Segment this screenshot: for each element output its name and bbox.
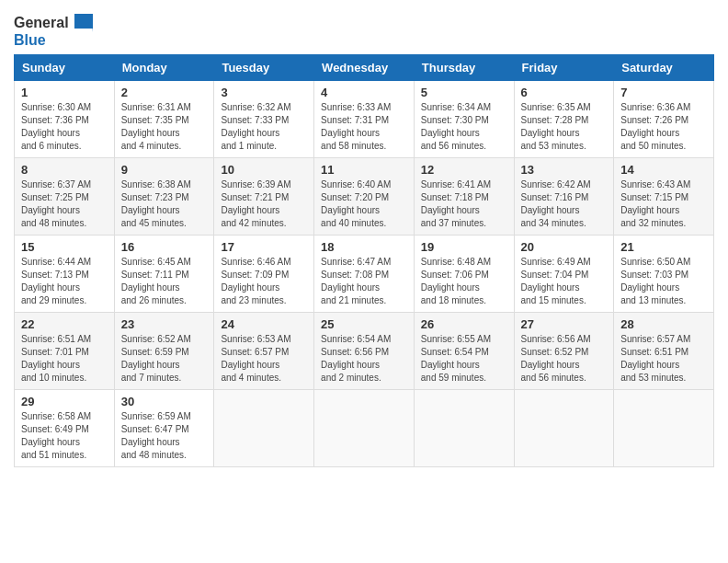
day-info: Sunrise: 6:42 AMSunset: 7:16 PMDaylight …	[521, 178, 608, 230]
sunrise-text: Sunrise: 6:40 AM	[321, 179, 391, 190]
daylight-label: Daylight hours	[521, 205, 580, 215]
sunset-text: Sunset: 7:26 PM	[620, 115, 688, 125]
day-of-week-header: Friday	[514, 55, 614, 81]
day-of-week-header: Thursday	[414, 55, 514, 81]
daylight-detail: and 37 minutes.	[421, 218, 486, 228]
daylight-detail: and 58 minutes.	[321, 141, 386, 151]
day-number: 7	[620, 86, 707, 99]
sunrise-text: Sunrise: 6:59 AM	[121, 411, 191, 421]
daylight-detail: and 50 minutes.	[620, 141, 686, 151]
sunset-text: Sunset: 6:57 PM	[221, 347, 289, 357]
day-info: Sunrise: 6:59 AMSunset: 6:47 PMDaylight …	[121, 410, 208, 462]
sunset-text: Sunset: 6:49 PM	[21, 424, 89, 434]
daylight-label: Daylight hours	[221, 360, 279, 370]
day-number: 12	[421, 163, 507, 177]
daylight-detail: and 53 minutes.	[521, 141, 586, 151]
daylight-label: Daylight hours	[21, 360, 80, 370]
calendar-cell: 28Sunrise: 6:57 AMSunset: 6:51 PMDayligh…	[614, 313, 714, 390]
sunset-text: Sunset: 7:36 PM	[21, 115, 89, 125]
day-info: Sunrise: 6:57 AMSunset: 6:51 PMDaylight …	[620, 333, 707, 385]
day-number: 19	[421, 240, 507, 254]
day-info: Sunrise: 6:37 AMSunset: 7:25 PMDaylight …	[21, 178, 108, 230]
day-info: Sunrise: 6:44 AMSunset: 7:13 PMDaylight …	[21, 256, 108, 307]
sunset-text: Sunset: 7:08 PM	[321, 270, 389, 280]
sunrise-text: Sunrise: 6:33 AM	[321, 102, 391, 112]
day-info: Sunrise: 6:30 AMSunset: 7:36 PMDaylight …	[21, 101, 108, 153]
day-number: 5	[421, 86, 507, 99]
sunset-text: Sunset: 7:11 PM	[121, 270, 189, 280]
calendar-cell	[214, 390, 314, 467]
calendar-cell: 21Sunrise: 6:50 AMSunset: 7:03 PMDayligh…	[614, 236, 714, 313]
daylight-label: Daylight hours	[620, 205, 679, 215]
sunrise-text: Sunrise: 6:43 AM	[620, 179, 690, 190]
calendar-cell: 26Sunrise: 6:55 AMSunset: 6:54 PMDayligh…	[414, 313, 514, 390]
calendar-cell: 13Sunrise: 6:42 AMSunset: 7:16 PMDayligh…	[514, 158, 614, 236]
daylight-label: Daylight hours	[121, 437, 180, 447]
daylight-label: Daylight hours	[21, 282, 80, 293]
daylight-detail: and 13 minutes.	[620, 295, 686, 305]
daylight-detail: and 26 minutes.	[121, 295, 187, 305]
daylight-detail: and 23 minutes.	[221, 295, 286, 305]
day-info: Sunrise: 6:52 AMSunset: 6:59 PMDaylight …	[121, 333, 208, 385]
daylight-detail: and 29 minutes.	[21, 295, 86, 305]
daylight-detail: and 34 minutes.	[521, 218, 586, 228]
daylight-detail: and 48 minutes.	[21, 218, 86, 228]
day-info: Sunrise: 6:51 AMSunset: 7:01 PMDaylight …	[21, 333, 108, 385]
day-number: 17	[221, 240, 307, 254]
day-number: 30	[121, 395, 208, 408]
daylight-detail: and 15 minutes.	[521, 295, 586, 305]
sunset-text: Sunset: 7:01 PM	[21, 347, 89, 357]
day-info: Sunrise: 6:31 AMSunset: 7:35 PMDaylight …	[121, 101, 208, 153]
calendar-cell: 5Sunrise: 6:34 AMSunset: 7:30 PMDaylight…	[414, 81, 514, 158]
sunrise-text: Sunrise: 6:52 AM	[121, 334, 191, 344]
sunrise-text: Sunrise: 6:49 AM	[521, 257, 591, 267]
daylight-label: Daylight hours	[121, 360, 180, 370]
logo-container: General Blue	[14, 14, 93, 49]
calendar-cell: 27Sunrise: 6:56 AMSunset: 6:52 PMDayligh…	[514, 313, 614, 390]
sunset-text: Sunset: 7:15 PM	[620, 192, 688, 202]
day-info: Sunrise: 6:54 AMSunset: 6:56 PMDaylight …	[321, 333, 407, 385]
daylight-detail: and 56 minutes.	[521, 373, 586, 383]
day-info: Sunrise: 6:33 AMSunset: 7:31 PMDaylight …	[321, 101, 407, 153]
daylight-detail: and 4 minutes.	[121, 141, 182, 151]
daylight-detail: and 40 minutes.	[321, 218, 386, 228]
day-number: 25	[321, 317, 407, 331]
sunrise-text: Sunrise: 6:57 AM	[620, 334, 690, 344]
day-info: Sunrise: 6:34 AMSunset: 7:30 PMDaylight …	[421, 101, 507, 153]
daylight-label: Daylight hours	[21, 437, 80, 447]
svg-marker-0	[74, 14, 93, 29]
calendar-cell: 10Sunrise: 6:39 AMSunset: 7:21 PMDayligh…	[214, 158, 314, 236]
sunrise-text: Sunrise: 6:47 AM	[321, 257, 391, 267]
sunset-text: Sunset: 7:06 PM	[421, 270, 489, 280]
day-info: Sunrise: 6:32 AMSunset: 7:33 PMDaylight …	[221, 101, 307, 153]
day-number: 27	[521, 317, 608, 331]
calendar-cell: 29Sunrise: 6:58 AMSunset: 6:49 PMDayligh…	[15, 390, 115, 467]
calendar-week-row: 8Sunrise: 6:37 AMSunset: 7:25 PMDaylight…	[15, 158, 714, 236]
daylight-label: Daylight hours	[421, 282, 480, 293]
daylight-label: Daylight hours	[221, 128, 279, 138]
calendar-cell: 18Sunrise: 6:47 AMSunset: 7:08 PMDayligh…	[314, 236, 415, 313]
sunset-text: Sunset: 7:04 PM	[521, 270, 589, 280]
daylight-label: Daylight hours	[421, 205, 480, 215]
sunrise-text: Sunrise: 6:50 AM	[620, 257, 690, 267]
sunrise-text: Sunrise: 6:44 AM	[21, 257, 91, 267]
sunset-text: Sunset: 7:09 PM	[221, 270, 289, 280]
calendar-cell: 16Sunrise: 6:45 AMSunset: 7:11 PMDayligh…	[114, 236, 214, 313]
daylight-detail: and 42 minutes.	[221, 218, 286, 228]
day-info: Sunrise: 6:39 AMSunset: 7:21 PMDaylight …	[221, 178, 307, 230]
day-number: 23	[121, 317, 208, 331]
daylight-label: Daylight hours	[620, 360, 679, 370]
sunset-text: Sunset: 7:18 PM	[421, 192, 489, 202]
sunrise-text: Sunrise: 6:39 AM	[221, 179, 290, 190]
sunrise-text: Sunrise: 6:51 AM	[21, 334, 91, 344]
daylight-label: Daylight hours	[521, 360, 580, 370]
calendar-cell: 24Sunrise: 6:53 AMSunset: 6:57 PMDayligh…	[214, 313, 314, 390]
daylight-detail: and 2 minutes.	[321, 373, 381, 383]
day-number: 21	[620, 240, 707, 254]
sunset-text: Sunset: 6:52 PM	[521, 347, 589, 357]
calendar-cell: 4Sunrise: 6:33 AMSunset: 7:31 PMDaylight…	[314, 81, 415, 158]
daylight-detail: and 6 minutes.	[21, 141, 82, 151]
calendar-cell: 7Sunrise: 6:36 AMSunset: 7:26 PMDaylight…	[614, 81, 714, 158]
day-of-week-header: Tuesday	[214, 55, 314, 81]
logo-top-row: General	[14, 14, 93, 32]
